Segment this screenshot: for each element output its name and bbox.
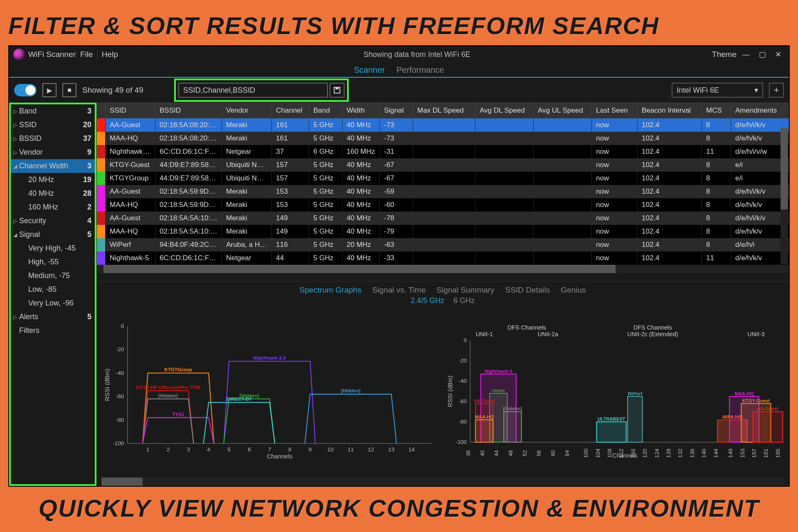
add-button[interactable]: + — [769, 83, 784, 98]
table-row[interactable]: KTGY-Guest44:D9:E7:89:58:51Ubiquiti Netw… — [97, 158, 789, 172]
menu-help[interactable]: Help — [97, 50, 122, 59]
svg-text:TYS1: TYS1 — [172, 412, 184, 417]
svg-text:UNII-2c (Extended): UNII-2c (Extended) — [627, 331, 678, 337]
sidebar-item[interactable]: Medium, -75 — [11, 269, 95, 283]
column-header[interactable] — [97, 103, 106, 118]
search-input[interactable] — [178, 83, 328, 98]
svg-text:[Hidden]: [Hidden] — [158, 393, 178, 398]
tab-signal-vs-time[interactable]: Signal vs. Time — [372, 286, 426, 295]
svg-text:12: 12 — [368, 446, 374, 453]
column-header[interactable]: Beacon Interval — [638, 103, 702, 118]
adapter-select[interactable]: Intel WiFi 6E ▾ — [672, 83, 763, 98]
svg-text:UNII-2a: UNII-2a — [538, 331, 558, 337]
minimize-icon[interactable]: — — [742, 50, 750, 59]
tab-genius[interactable]: Genius — [561, 286, 586, 295]
maximize-icon[interactable]: ▢ — [759, 50, 766, 59]
table-row[interactable]: Nighthawk-56C:CD:D6:1C:FF:A7Netgear445 G… — [97, 251, 789, 265]
column-header[interactable]: Channel — [272, 103, 309, 118]
column-header[interactable]: MCS — [702, 103, 731, 118]
svg-text:44: 44 — [493, 450, 500, 456]
tab-6ghz[interactable]: 6 GHz — [453, 296, 475, 305]
column-header[interactable]: Band — [309, 103, 342, 118]
sidebar-item[interactable]: 20 MHz19 — [11, 173, 95, 187]
svg-text:CT-53-HP OfficeJet Pro 7740: CT-53-HP OfficeJet Pro 7740 — [136, 385, 200, 390]
svg-text:0: 0 — [121, 323, 124, 329]
svg-text:-80: -80 — [459, 419, 467, 425]
column-header[interactable]: SSID — [106, 103, 155, 118]
save-search-button[interactable] — [330, 83, 345, 98]
tab-ssid-details[interactable]: SSID Details — [505, 286, 550, 295]
column-header[interactable]: Width — [342, 103, 380, 118]
svg-text:MAA-HQ: MAA-HQ — [735, 391, 754, 396]
svg-text:36: 36 — [465, 450, 471, 456]
sidebar-item[interactable]: Very High, -45 — [11, 241, 95, 255]
svg-text:153: 153 — [739, 448, 746, 458]
band-tabs: 2.4/5 GHz 6 GHz — [96, 296, 789, 308]
svg-text:1: 1 — [146, 446, 150, 453]
svg-text:roqos: roqos — [492, 388, 505, 393]
stop-button[interactable]: ■ — [62, 83, 76, 97]
sidebar-item[interactable]: ▷Security4 — [11, 214, 95, 228]
table-row[interactable]: MAA-HQ02:18:5A:08:20:C0Meraki1615 GHz40 … — [97, 132, 789, 145]
svg-text:-100: -100 — [456, 439, 467, 445]
chevron-down-icon: ▾ — [754, 86, 758, 95]
column-header[interactable]: Max DL Speed — [413, 103, 475, 118]
svg-text:100: 100 — [583, 448, 589, 458]
column-header[interactable]: Avg DL Speed — [475, 103, 534, 118]
tab-performance[interactable]: Performance — [397, 65, 444, 75]
svg-text:KTGY-Guest: KTGY-Guest — [742, 398, 770, 403]
table-row[interactable]: AA-Guest02:18:5A:08:20:C1Meraki1615 GHz4… — [97, 118, 789, 132]
svg-text:8: 8 — [288, 446, 292, 453]
table-row[interactable]: KTGYGroup44:D9:E7:89:58:50Ubiquiti Netwo… — [97, 172, 789, 185]
scan-toggle[interactable] — [14, 84, 37, 96]
svg-text:AA-Guest: AA-Guest — [757, 406, 779, 411]
sidebar-item[interactable]: 40 MHz28 — [11, 187, 95, 200]
column-header[interactable]: Last Seen — [592, 103, 638, 118]
svg-text:108: 108 — [606, 448, 613, 458]
sidebar-item[interactable]: ▷Band3 — [11, 104, 95, 118]
table-row[interactable]: AA-Guest02:18:5A:59:9D:31Meraki1535 GHz4… — [97, 185, 789, 198]
table-vscrollbar[interactable] — [781, 128, 788, 264]
sidebar-item[interactable]: Low, -85 — [11, 283, 95, 296]
tab-spectrum-graphs[interactable]: Spectrum Graphs — [299, 286, 361, 295]
table-row[interactable]: Nighthawk-6G6C:CD:D6:1C:FF:A5Netgear376 … — [97, 145, 789, 158]
sidebar-item[interactable]: ◢Signal5 — [11, 228, 95, 241]
svg-text:9: 9 — [308, 446, 312, 453]
column-header[interactable]: Amendments — [731, 103, 789, 118]
table-row[interactable]: MAA-HQ02:18:5A:5A:10:30Meraki1495 GHz40 … — [97, 225, 789, 238]
titlebar: WiFi Scanner File Help Showing data from… — [9, 46, 789, 63]
table-row[interactable]: MAA-HQ02:18:5A:59:9D:30Meraki1535 GHz40 … — [97, 198, 789, 212]
column-header[interactable]: Vendor — [222, 103, 272, 118]
tab-scanner[interactable]: Scanner — [354, 65, 385, 75]
sidebar-item[interactable]: Filters — [11, 324, 95, 337]
sidebar-item[interactable]: Very Low, -96 — [11, 296, 95, 310]
column-header[interactable]: Avg UL Speed — [534, 103, 592, 118]
tab-signal-summary[interactable]: Signal Summary — [436, 286, 494, 295]
graph-tabs: Spectrum Graphs Signal vs. Time Signal S… — [96, 281, 789, 296]
menu-file[interactable]: File — [76, 50, 97, 59]
sidebar-item[interactable]: ▷BSSID37 — [11, 132, 95, 145]
app-logo-icon — [13, 49, 25, 60]
table-row[interactable]: AA-Guest02:18:5A:5A:10:31Meraki1495 GHz4… — [97, 212, 789, 225]
column-header[interactable]: BSSID — [155, 103, 222, 118]
column-header[interactable]: Signal — [380, 103, 413, 118]
table-hscrollbar[interactable] — [96, 265, 789, 273]
theme-label[interactable]: Theme — [712, 50, 736, 59]
tab-24-5ghz[interactable]: 2.4/5 GHz — [411, 296, 444, 305]
table-row[interactable]: WiPerf94:B4:0F:49:2C:50Aruba, a Hewle116… — [97, 238, 789, 251]
play-button[interactable]: ▶ — [42, 83, 57, 97]
spectrum-graph-5ghz: 0-20-40-60-80-10036404448525660641001041… — [445, 310, 784, 473]
sidebar-item[interactable]: 160 MHz2 — [11, 200, 95, 214]
svg-text:ULTRABEST: ULTRABEST — [597, 416, 625, 421]
filter-sidebar: ▷Band3▷SSID20▷BSSID37▷Vendor9◢Channel Wi… — [9, 103, 96, 486]
svg-text:132: 132 — [677, 448, 683, 458]
sidebar-item[interactable]: ▷Vendor9 — [11, 145, 95, 159]
sidebar-item[interactable]: ▷Alerts5 — [11, 310, 95, 324]
sidebar-item[interactable]: ◢Channel Width3 — [11, 159, 95, 173]
svg-text:149: 149 — [727, 448, 734, 458]
sidebar-item[interactable]: High, -55 — [11, 255, 95, 269]
svg-text:157: 157 — [751, 448, 757, 458]
close-icon[interactable]: ✕ — [775, 50, 781, 59]
sidebar-item[interactable]: ▷SSID20 — [11, 118, 95, 132]
bottom-hscrollbar[interactable] — [101, 478, 784, 486]
